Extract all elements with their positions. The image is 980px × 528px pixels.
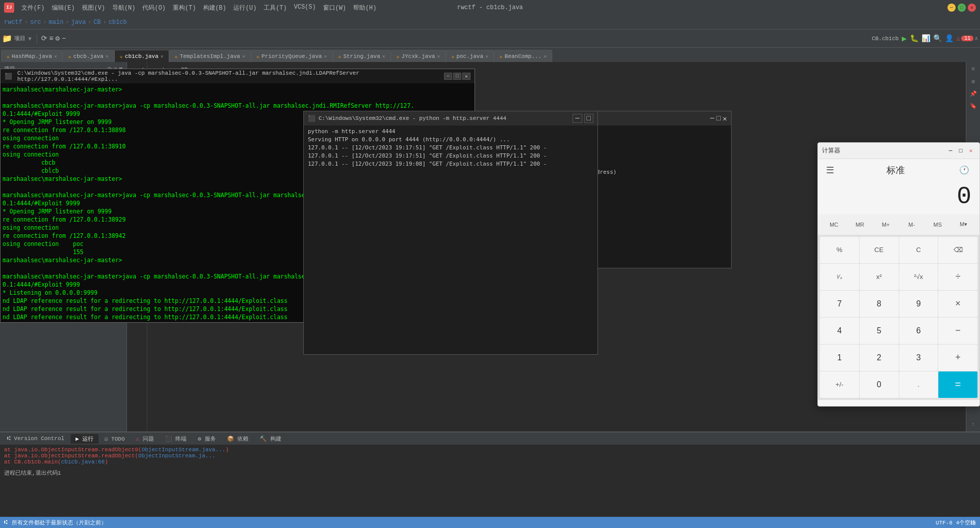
bottom-tab-vcs[interactable]: ⑆ Version Control [2,434,70,443]
tab-hashmap[interactable]: ☕ HashMap.java ✕ [1,50,62,62]
tab-cbcb[interactable]: ☕ cbcb.java ✕ [62,50,114,62]
stack-link-3[interactable]: cb1cb.java:66 [61,459,105,465]
tab-beancomp-close[interactable]: ✕ [544,53,547,59]
bottom-tab-build[interactable]: 🔨 构建 [255,434,287,444]
menu-build[interactable]: 构建(B) [200,3,230,13]
tab-pq-close[interactable]: ✕ [324,53,327,59]
http-titlebar[interactable]: ⬛ C:\Windows\System32\cmd.exe - python -… [304,111,597,126]
calc-mem-mminus[interactable]: M- [900,216,924,233]
calc-btn-square[interactable]: x² [860,264,899,290]
tab-priorityqueue[interactable]: ☕ PriorityQueue.java ✕ [251,50,333,62]
debug-button[interactable]: 🐛 [910,34,919,43]
menu-view[interactable]: 视图(V) [79,3,108,13]
calc-btn-3[interactable]: 3 [899,345,938,371]
right-tool-3[interactable]: 📌 [968,88,978,99]
calc-min-btn[interactable]: ─ [946,146,955,156]
calc-mem-mlist[interactable]: M▾ [952,216,975,233]
tab-templatesimpl-close[interactable]: ✕ [242,53,245,59]
tab-cbcb-close[interactable]: ✕ [106,53,109,59]
cmd-titlebar-marshalsec[interactable]: ⬛ C:\Windows\System32\cmd.exe - java -cp… [1,69,475,83]
menu-help[interactable]: 帮助(H) [350,3,380,13]
calc-btn-6[interactable]: 6 [899,318,938,344]
menu-edit[interactable]: 编辑(E) [49,3,78,13]
calc-btn-2[interactable]: 2 [860,345,899,371]
bottom-tab-terminal[interactable]: ⬛ 终端 [160,434,192,444]
user-icon[interactable]: 👤 [945,34,954,43]
breadcrumb-cb[interactable]: CB [93,19,101,26]
bottom-tab-services[interactable]: ⚙ 服务 [193,434,220,444]
calc-hamburger-icon[interactable]: ☰ [826,165,834,176]
calc-btn-1[interactable]: 1 [820,345,859,371]
calc-btn-8[interactable]: 8 [860,291,899,317]
tab-poc[interactable]: ☕ poc.java ✕ [446,50,494,62]
right-tool-2[interactable]: ⚙ [968,76,978,86]
calc-btn-5[interactable]: 5 [860,318,899,344]
calc-max-btn[interactable]: □ [956,146,965,156]
menu-file[interactable]: 文件(F) [18,3,48,13]
run-button[interactable]: ▶ [902,34,907,44]
menu-tools[interactable]: 工具(T) [261,3,290,13]
calc-btn-decimal[interactable]: . [899,371,938,398]
nc-min-btn[interactable]: ─ [710,114,714,123]
expand-icon[interactable]: ∧ [974,35,978,42]
bottom-tab-run[interactable]: ▶ 运行 [71,434,99,444]
bottom-tab-deps[interactable]: 📦 依赖 [222,434,254,444]
tab-cb1cb-close[interactable]: ✕ [161,53,164,59]
menu-run[interactable]: 运行(U) [230,3,260,13]
calc-btn-divide[interactable]: ÷ [938,264,977,290]
minimize-button[interactable]: ─ [947,4,956,12]
calc-close-btn[interactable]: ✕ [966,146,975,156]
calc-mem-mc[interactable]: MC [822,216,846,233]
calc-btn-multiply[interactable]: × [938,291,977,317]
cmd-max-btn[interactable]: □ [453,73,461,80]
menu-window[interactable]: 窗口(W) [320,3,350,13]
calc-btn-9[interactable]: 9 [899,291,938,317]
calc-btn-subtract[interactable]: − [938,318,977,344]
calc-btn-0[interactable]: 0 [860,371,899,398]
menu-vcs[interactable]: VCS(S) [291,3,319,13]
right-tool-4[interactable]: 🔖 [968,101,978,111]
right-tool-1[interactable]: ≡ [968,64,978,74]
calc-mem-mr[interactable]: MR [848,216,872,233]
error-count[interactable]: 11 [961,36,973,41]
http-max-btn[interactable]: □ [584,114,593,123]
bottom-tab-todo[interactable]: ☑ TODO [100,434,130,443]
tab-string-close[interactable]: ✕ [382,53,385,59]
breadcrumb-cb1cb[interactable]: cb1cb [109,19,127,26]
tab-jycxk[interactable]: ☕ JYcxk.java ✕ [391,50,446,62]
search-icon[interactable]: 🔍 [933,34,942,43]
tab-string[interactable]: ☕ String.java ✕ [333,50,391,62]
tab-templatesimpl[interactable]: ☕ TemplatesImpl.java ✕ [169,50,251,62]
tab-hashmap-close[interactable]: ✕ [54,53,57,59]
calc-btn-4[interactable]: 4 [820,318,859,344]
calc-mem-mplus[interactable]: M+ [874,216,898,233]
breadcrumb-main[interactable]: main [49,19,64,26]
tab-cb1cb[interactable]: ☕ cb1cb.java ✕ [114,50,169,62]
close-button[interactable]: ✕ [968,4,976,12]
calc-btn-equals[interactable]: = [938,371,977,398]
menu-refactor[interactable]: 重构(T) [170,3,199,13]
bottom-tab-issues[interactable]: ⚠ 问题 [131,434,159,444]
cmd-min-btn[interactable]: ─ [444,73,452,80]
calc-btn-percent[interactable]: % [820,237,859,263]
calc-btn-reciprocal[interactable]: ¹∕ₓ [820,264,859,290]
cmd-close-btn[interactable]: ✕ [462,73,470,80]
menu-code[interactable]: 代码(O) [139,3,169,13]
calc-mem-ms[interactable]: MS [926,216,950,233]
calc-btn-c[interactable]: C [899,237,938,263]
minus-icon[interactable]: − [61,35,66,43]
settings-icon[interactable]: ⚙ [55,34,59,43]
calc-btn-negate[interactable]: +/- [820,371,859,398]
stack-link-1[interactable]: ObjectInputStream.java... [142,447,226,453]
nc-max-btn[interactable]: □ [716,114,720,123]
structure-icon[interactable]: ≡ [49,35,53,43]
stack-link-2[interactable]: ObjectInputStream.ja... [138,453,215,459]
maximize-button[interactable]: □ [958,4,966,12]
calc-btn-backspace[interactable]: ⌫ [938,237,977,263]
calc-history-btn[interactable]: 🕐 [957,163,971,177]
sync-icon[interactable]: ⟳ [41,34,47,43]
http-min-btn[interactable]: ─ [573,114,582,123]
profile-button[interactable]: 📊 [922,34,930,43]
breadcrumb-java[interactable]: java [71,19,86,26]
tab-jycxk-close[interactable]: ✕ [437,53,440,59]
